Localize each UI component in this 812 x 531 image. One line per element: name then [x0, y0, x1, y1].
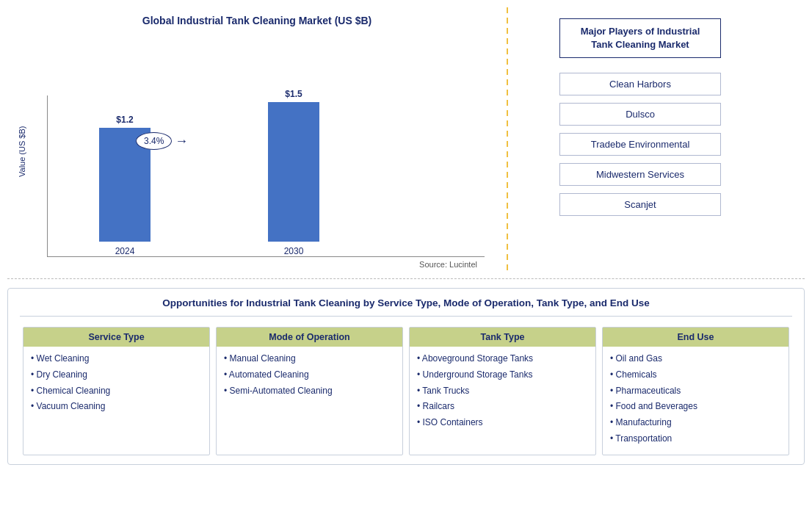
opportunities-title: Opportunities for Industrial Tank Cleani… — [20, 297, 792, 317]
col-item-0-3: • Vacuum Cleaning — [31, 400, 202, 413]
column-end-use: End Use • Oil and Gas • Chemicals • Phar… — [602, 327, 789, 455]
col-header-2: Tank Type — [410, 328, 595, 347]
col-item-3-5: • Transportation — [610, 433, 781, 445]
col-item-0-1: • Dry Cleaning — [31, 369, 202, 381]
col-item-1-1: • Automated Cleaning — [224, 369, 395, 381]
column-service-type: Service Type • Wet Cleaning • Dry Cleani… — [23, 327, 210, 455]
bar-2030: $1.5 2030 — [268, 89, 319, 256]
col-item-2-4: • ISO Containers — [417, 416, 588, 429]
player-item-3: Midwestern Services — [559, 163, 721, 186]
top-section: Global Industrial Tank Cleaning Market (… — [7, 7, 805, 279]
col-item-2-0: • Aboveground Storage Tanks — [417, 353, 588, 365]
col-item-3-1: • Chemicals — [610, 369, 781, 381]
bar-2030-label: 2030 — [284, 246, 304, 256]
chart-title: Global Industrial Tank Cleaning Market (… — [142, 15, 371, 26]
bar-2024-value: $1.2 — [116, 115, 133, 125]
players-panel: Major Players of Industrial Tank Cleanin… — [508, 7, 772, 272]
players-list: Clean Harbors Dulsco Tradebe Environment… — [559, 73, 721, 223]
cagr-bubble: 3.4% — [136, 132, 172, 150]
col-item-0-0: • Wet Cleaning — [31, 353, 202, 365]
source-label: Source: Lucintel — [32, 260, 499, 269]
col-header-3: End Use — [603, 328, 789, 347]
col-item-3-2: • Pharmaceuticals — [610, 385, 781, 397]
chart-body: Value (US $B) $1.2 2024 — [15, 34, 499, 269]
col-item-2-2: • Tank Trucks — [417, 385, 588, 397]
player-item-0: Clean Harbors — [559, 73, 721, 95]
col-item-1-2: • Semi-Automated Cleaning — [224, 385, 395, 397]
col-item-1-0: • Manual Cleaning — [224, 353, 395, 365]
player-item-1: Dulsco — [559, 103, 721, 126]
bottom-section: Opportunities for Industrial Tank Cleani… — [7, 288, 805, 465]
bar-2024-label: 2024 — [115, 246, 135, 256]
col-item-0-2: • Chemical Cleaning — [31, 385, 202, 397]
col-body-0: • Wet Cleaning • Dry Cleaning • Chemical… — [23, 347, 209, 422]
columns-container: Service Type • Wet Cleaning • Dry Cleani… — [20, 327, 792, 455]
y-axis-label: Value (US $B) — [15, 34, 29, 269]
cagr-annotation: 3.4% → — [136, 132, 188, 150]
cagr-arrow: → — [175, 134, 188, 149]
bar-2030-value: $1.5 — [285, 89, 302, 99]
col-item-2-3: • Railcars — [417, 400, 588, 413]
col-body-1: • Manual Cleaning • Automated Cleaning •… — [217, 347, 402, 406]
main-container: Global Industrial Tank Cleaning Market (… — [0, 0, 812, 531]
column-tank-type: Tank Type • Aboveground Storage Tanks • … — [409, 327, 596, 455]
player-item-2: Tradebe Environmental — [559, 133, 721, 156]
column-mode-operation: Mode of Operation • Manual Cleaning • Au… — [216, 327, 403, 455]
col-item-2-1: • Underground Storage Tanks — [417, 369, 588, 381]
chart-area: Global Industrial Tank Cleaning Market (… — [7, 7, 507, 272]
col-header-1: Mode of Operation — [217, 328, 402, 347]
col-item-3-4: • Manufacturing — [610, 416, 781, 429]
col-item-3-3: • Food and Beverages — [610, 400, 781, 413]
bar-2030-rect — [268, 102, 319, 242]
col-body-3: • Oil and Gas • Chemicals • Pharmaceutic… — [603, 347, 789, 455]
player-item-4: Scanjet — [559, 193, 721, 216]
col-body-2: • Aboveground Storage Tanks • Undergroun… — [410, 347, 595, 438]
col-header-0: Service Type — [23, 328, 209, 347]
chart-inner: $1.2 2024 $1.5 2030 — [32, 34, 499, 269]
col-item-3-0: • Oil and Gas — [610, 353, 781, 365]
players-title: Major Players of Industrial Tank Cleanin… — [559, 18, 721, 58]
